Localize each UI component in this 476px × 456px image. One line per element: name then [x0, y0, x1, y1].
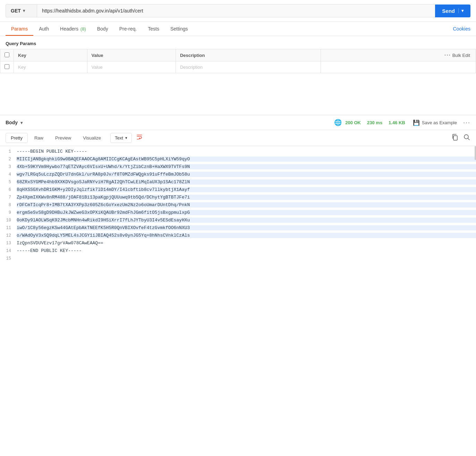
response-label[interactable]: Body ▾ [6, 120, 23, 125]
code-line: 7Zp4XpmIXKWv8nRM488/jOAF81Bi13paKgpjQUUu… [0, 195, 476, 202]
text-format-dropdown[interactable]: Text ▾ [110, 133, 132, 143]
line-number: 14 [0, 248, 17, 253]
row-actions [321, 61, 476, 73]
dropdown-chevron-icon: ▾ [125, 136, 127, 140]
view-tab-raw[interactable]: Raw [29, 133, 49, 143]
view-tab-preview[interactable]: Preview [50, 133, 76, 143]
line-content: wgv7LRGq5uLczpZQDrU7dnGkl/urRA8p0Jv/f8T0… [17, 172, 476, 177]
query-params-header: Query Params [0, 36, 476, 49]
line-content: MIICIjANBgkqhkiG9w0BAQEFAAOCAg8AMIICCgKC… [17, 157, 476, 162]
value-cell[interactable]: Value [87, 61, 176, 73]
code-line: 14-----END PUBLIC KEY----- [0, 248, 476, 256]
line-number: 5 [0, 179, 17, 185]
code-line: 8rDFCmTIcqPr8+IMB7tXA3YXPp3z605Z6cGoYxez… [0, 202, 476, 210]
svg-point-1 [464, 135, 468, 139]
header-description: Description [176, 49, 321, 61]
search-button[interactable] [463, 133, 470, 143]
line-content: 4Xb+59KYVm9Hywbo77qETZVAyc6VIsxU+UWhd/k/… [17, 164, 476, 169]
code-line: 11iwO/1C8y56egzKSw44GAtEpbAkTNEEfK5H5R0Q… [0, 225, 476, 233]
tab-auth[interactable]: Auth [33, 22, 54, 36]
method-selector[interactable]: GET ▾ [6, 4, 37, 17]
line-number: 4 [0, 172, 17, 177]
header-value: Value [87, 49, 176, 61]
code-line: 9ergmSeSvS8gD9DHBuJkJWZweG3xOPXiKQAUBr92… [0, 210, 476, 218]
line-content: -----BEGIN PUBLIC KEY----- [17, 149, 476, 154]
copy-button[interactable] [451, 133, 459, 143]
code-line: 4wgv7LRGq5uLczpZQDrU7dnGkl/urRA8p0Jv/f8T… [0, 172, 476, 179]
empty-space [0, 73, 476, 115]
url-bar: GET ▾ Send ▾ [0, 0, 476, 22]
line-content: iwO/1C8y56egzKSw44GAtEpbAkTNEEfK5H5R0QnV… [17, 225, 476, 230]
response-chevron-icon: ▾ [20, 120, 23, 125]
line-number: 12 [0, 233, 17, 238]
cookies-link[interactable]: Cookies [453, 22, 470, 36]
code-line: 100oKDy9lAOLWSqK92JMcbMNHn4wRikdI9HSiXrr… [0, 218, 476, 225]
tab-settings[interactable]: Settings [165, 22, 194, 36]
code-line: 2MIICIjANBgkqhkiG9w0BAQEFAAOCAg8AMIICCgK… [0, 157, 476, 164]
view-tab-visualize[interactable]: Visualize [78, 133, 106, 143]
method-label: GET [11, 8, 21, 14]
response-bar: Body ▾ 🌐 200 OK 230 ms 1.46 KB 💾 Save as… [0, 115, 476, 130]
code-line: 68qHXSSGXvhDR1GKM+y2DIyJqlzfik7lD14mDY/I… [0, 187, 476, 195]
code-line: 568ZRxSYGMPe4hb9XXKDVsgoSJaRNYviH7RgAI2Q… [0, 179, 476, 187]
wrap-button[interactable] [136, 133, 144, 143]
line-number: 3 [0, 164, 17, 169]
line-number: 7 [0, 195, 17, 200]
table-row: Key Value Description [0, 61, 476, 73]
line-number: 9 [0, 210, 17, 215]
code-line: 12o/WAdOyV3xSQ9dqLY5MEL4sJCGY1iJBIAQ452s… [0, 233, 476, 240]
line-number: 13 [0, 240, 17, 246]
line-number: 10 [0, 218, 17, 223]
send-button[interactable]: Send ▾ [435, 5, 470, 17]
tab-prereq[interactable]: Pre-req. [114, 22, 143, 36]
tab-params[interactable]: Params [6, 22, 33, 36]
header-checkbox-col [0, 49, 14, 61]
code-line: 13IzQpnSVDUVEzv17grVAw078CAwEAAQ== [0, 240, 476, 248]
url-input[interactable] [37, 4, 435, 17]
scrollbar[interactable] [475, 146, 476, 160]
globe-icon: 🌐 [334, 119, 342, 126]
send-label: Send [442, 8, 455, 14]
row-checkbox[interactable] [5, 64, 9, 69]
code-area: 1-----BEGIN PUBLIC KEY-----2MIICIjANBgkq… [0, 146, 476, 266]
headers-badge: (8) [80, 26, 86, 32]
line-content: Zp4XpmIXKWv8nRM488/jOAF81Bi13paKgpjQUUuw… [17, 195, 476, 200]
line-content: rDFCmTIcqPr8+IMB7tXA3YXPp3z605Z6cGoYxezU… [17, 202, 476, 208]
tab-headers[interactable]: Headers (8) [54, 22, 92, 36]
send-chevron-icon: ▾ [458, 8, 464, 13]
code-line: 34Xb+59KYVm9Hywbo77qETZVAyc6VIsxU+UWhd/k… [0, 164, 476, 172]
select-all-checkbox[interactable] [5, 52, 9, 57]
line-number: 6 [0, 187, 17, 192]
code-line: 1-----BEGIN PUBLIC KEY----- [0, 149, 476, 157]
svg-rect-0 [453, 136, 457, 140]
key-cell[interactable]: Key [14, 61, 87, 73]
params-table: Key Value Description ··· Bulk Edit Key … [0, 49, 476, 73]
more-options-icon[interactable]: ··· [463, 119, 470, 126]
code-line: 15 [0, 256, 476, 263]
dots-icon: ··· [444, 52, 451, 58]
save-icon: 💾 [413, 119, 420, 126]
line-content: 8qHXSSGXvhDR1GKM+y2DIyJqlzfik7lD14mDY/I4… [17, 187, 476, 192]
line-content: ergmSeSvS8gD9DHBuJkJWZweG3xOPXiKQAUBr92m… [17, 210, 476, 215]
description-cell[interactable]: Description [176, 61, 321, 73]
view-tab-pretty[interactable]: Pretty [6, 133, 28, 143]
line-content: IzQpnSVDUVEzv17grVAw078CAwEAAQ== [17, 240, 476, 246]
line-number: 2 [0, 157, 17, 162]
line-number: 11 [0, 225, 17, 230]
line-content: o/WAdOyV3xSQ9dqLY5MEL4sJCGY1iJBIAQ452s8v… [17, 233, 476, 238]
tabs-bar: Params Auth Headers (8) Body Pre-req. Te… [0, 22, 476, 36]
save-example-button[interactable]: 💾 Save as Example [413, 119, 457, 126]
line-content: -----END PUBLIC KEY----- [17, 248, 476, 253]
status-badge: 200 OK [345, 120, 361, 125]
tab-tests[interactable]: Tests [142, 22, 165, 36]
tab-body[interactable]: Body [92, 22, 114, 36]
line-content: 68ZRxSYGMPe4hb9XXKDVsgoSJaRNYviH7RgAI2Qh… [17, 179, 476, 185]
view-bar: Pretty Raw Preview Visualize Text ▾ [0, 130, 476, 146]
bulk-edit-button[interactable]: Bulk Edit [452, 53, 470, 58]
method-chevron-icon: ▾ [23, 8, 25, 13]
header-key: Key [14, 49, 87, 61]
response-time: 230 ms [367, 120, 382, 125]
response-size: 1.46 KB [389, 120, 405, 125]
line-content: 0oKDy9lAOLWSqK92JMcbMNHn4wRikdI9HSiXrrI7… [17, 218, 476, 223]
line-number: 8 [0, 202, 17, 208]
